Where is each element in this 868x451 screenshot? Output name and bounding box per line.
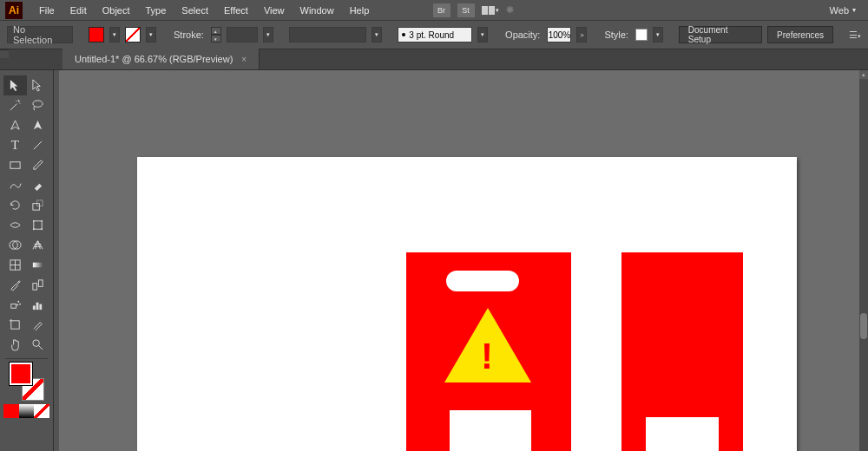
color-mode-none[interactable] — [34, 404, 49, 418]
arrange-docs-icon[interactable]: ▾ — [482, 6, 499, 15]
opacity-field[interactable]: 100% — [547, 27, 571, 42]
fill-color-swatch[interactable] — [10, 363, 32, 385]
menu-type[interactable]: Type — [138, 5, 174, 16]
svg-point-8 — [33, 228, 35, 230]
pen-tool[interactable] — [3, 115, 27, 135]
svg-rect-25 — [11, 321, 19, 329]
document-tab[interactable]: Untitled-1* @ 66.67% (RGB/Preview) × — [62, 49, 260, 69]
mesh-tool[interactable] — [3, 255, 27, 275]
shaper-tool[interactable] — [3, 175, 27, 195]
type-tool[interactable]: T — [3, 135, 27, 155]
style-label: Style: — [602, 29, 630, 40]
vertical-scrollbar[interactable]: ▴ — [859, 70, 868, 451]
stroke-swatch[interactable] — [125, 27, 141, 42]
menu-window[interactable]: Window — [293, 5, 342, 16]
symbol-sprayer-tool[interactable] — [3, 295, 27, 315]
scale-tool[interactable] — [27, 195, 50, 215]
svg-point-28 — [33, 340, 40, 347]
menu-select[interactable]: Select — [174, 5, 216, 16]
svg-rect-2 — [10, 162, 20, 169]
svg-point-6 — [33, 220, 35, 222]
lasso-tool[interactable] — [27, 95, 50, 115]
artboard-tool[interactable] — [3, 315, 27, 335]
dot-icon — [402, 33, 405, 36]
align-flyout-icon[interactable]: ☰▾ — [849, 29, 861, 41]
curvature-tool[interactable] — [27, 115, 50, 135]
menu-view[interactable]: View — [256, 5, 293, 16]
hand-tool[interactable] — [3, 335, 27, 355]
preferences-button[interactable]: Preferences — [767, 26, 833, 43]
document-setup-button[interactable]: Document Setup — [679, 26, 762, 43]
paintbrush-tool[interactable] — [27, 155, 50, 175]
selection-tool[interactable] — [3, 75, 27, 95]
svg-point-20 — [19, 304, 21, 305]
menu-file[interactable]: File — [31, 5, 62, 16]
artboard[interactable]: ! — [137, 157, 797, 451]
svg-point-7 — [42, 220, 43, 222]
panel-dock-grip[interactable] — [0, 49, 9, 58]
color-mode-gradient[interactable] — [19, 404, 35, 418]
rectangle-tool[interactable] — [3, 155, 27, 175]
svg-line-29 — [39, 345, 43, 350]
shape-builder-tool[interactable] — [3, 235, 27, 255]
stroke-weight-field[interactable] — [227, 27, 258, 42]
profile-name: 3 pt. Round — [409, 30, 454, 40]
red-rectangle-shape[interactable] — [621, 252, 743, 451]
free-transform-tool[interactable] — [27, 215, 50, 235]
fill-stroke-swatches[interactable] — [10, 363, 44, 401]
menu-effect[interactable]: Effect — [216, 5, 256, 16]
svg-point-19 — [17, 301, 19, 303]
line-tool[interactable] — [27, 135, 50, 155]
chevron-down-icon: ▾ — [852, 6, 856, 14]
svg-rect-3 — [33, 204, 40, 211]
menu-object[interactable]: Object — [95, 5, 138, 16]
blend-tool[interactable] — [27, 275, 50, 295]
stroke-weight-stepper[interactable]: ▴▾ — [211, 27, 221, 42]
menu-edit[interactable]: Edit — [62, 5, 95, 16]
svg-point-0 — [33, 101, 43, 108]
slice-tool[interactable] — [27, 315, 50, 335]
tools-panel: T — [0, 70, 54, 451]
brush-dropdown[interactable]: ▾ — [372, 27, 382, 42]
opacity-dropdown[interactable]: > — [576, 27, 587, 42]
stroke-weight-dropdown[interactable]: ▾ — [263, 27, 273, 42]
canvas-area[interactable]: ! — [59, 70, 859, 451]
svg-rect-23 — [36, 303, 39, 310]
eyedropper-tool[interactable] — [3, 275, 27, 295]
stroke-dropdown[interactable]: ▾ — [146, 27, 156, 42]
document-tab-title: Untitled-1* @ 66.67% (RGB/Preview) — [75, 54, 233, 64]
menu-help[interactable]: Help — [342, 5, 378, 16]
rotate-tool[interactable] — [3, 195, 27, 215]
style-dropdown[interactable]: ▾ — [653, 27, 663, 42]
control-bar: No Selection ▾ ▾ Stroke: ▴▾ ▾ ▾ 3 pt. Ro… — [0, 21, 868, 49]
fill-swatch[interactable] — [89, 27, 104, 42]
color-mode-solid[interactable] — [3, 404, 19, 418]
magic-wand-tool[interactable] — [3, 95, 27, 115]
scroll-up-icon[interactable]: ▴ — [859, 70, 868, 79]
close-tab-icon[interactable]: × — [241, 55, 247, 64]
zoom-tool[interactable] — [27, 335, 50, 355]
scroll-thumb[interactable] — [860, 313, 867, 339]
svg-rect-16 — [33, 284, 37, 291]
perspective-grid-tool[interactable] — [27, 235, 50, 255]
handle-slot — [446, 271, 519, 291]
eraser-tool[interactable] — [27, 175, 50, 195]
direct-selection-tool[interactable] — [27, 75, 50, 95]
bridge-button[interactable]: Br — [433, 3, 450, 17]
gradient-tool[interactable] — [27, 255, 50, 275]
svg-rect-18 — [11, 304, 16, 309]
selection-indicator: No Selection — [7, 26, 73, 43]
width-tool[interactable] — [3, 215, 27, 235]
svg-point-21 — [16, 304, 18, 306]
caution-sign-shape[interactable]: ! — [406, 252, 571, 451]
variable-width-profile[interactable]: 3 pt. Round — [398, 27, 472, 42]
gpu-icon[interactable]: ❋ — [506, 4, 514, 16]
profile-dropdown[interactable]: ▾ — [477, 27, 488, 42]
workspace-switcher[interactable]: Web ▾ — [823, 5, 863, 16]
graphic-style-swatch[interactable] — [635, 29, 648, 41]
svg-rect-17 — [39, 280, 43, 287]
fill-dropdown[interactable]: ▾ — [109, 27, 120, 42]
brush-definition[interactable] — [289, 27, 367, 42]
column-graph-tool[interactable] — [27, 295, 50, 315]
stock-button[interactable]: St — [457, 3, 475, 17]
